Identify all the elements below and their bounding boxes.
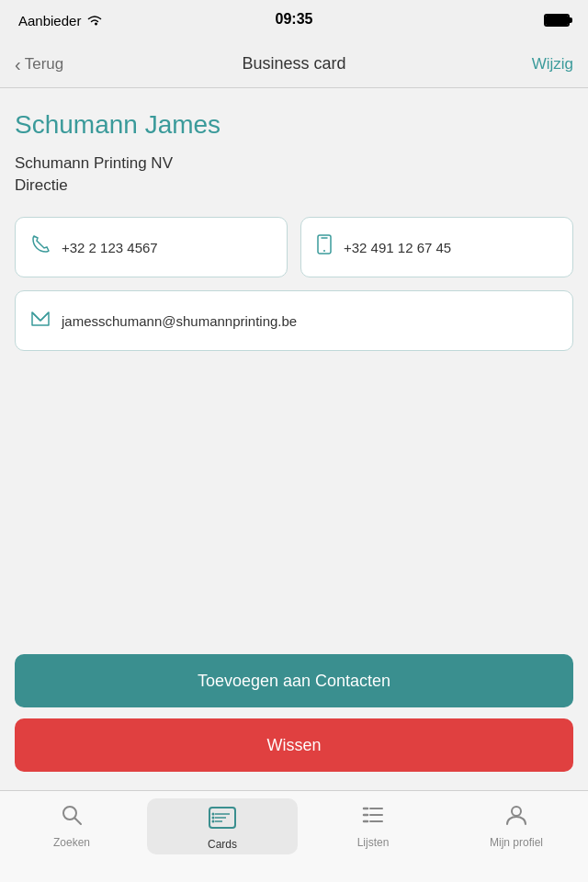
mobile-number: +32 491 12 67 45 bbox=[344, 240, 451, 255]
main-content: Schumann James Schumann Printing NV Dire… bbox=[0, 88, 588, 790]
spacer bbox=[15, 364, 573, 474]
phone-row: +32 2 123 4567 +32 491 12 67 45 bbox=[15, 217, 573, 277]
add-contact-button[interactable]: Toevoegen aan Contacten bbox=[15, 654, 573, 707]
contact-section: Schumann James Schumann Printing NV Dire… bbox=[15, 110, 573, 654]
carrier-name: Aanbieder bbox=[18, 13, 81, 28]
contact-department: Directie bbox=[15, 176, 573, 195]
search-icon bbox=[59, 802, 85, 832]
contact-name: Schumann James bbox=[15, 110, 573, 140]
tab-lists-label: Lijsten bbox=[357, 836, 390, 849]
mobile-icon bbox=[316, 234, 333, 260]
svg-point-13 bbox=[212, 820, 215, 823]
email-icon bbox=[30, 309, 51, 333]
carrier-info: Aanbieder bbox=[18, 13, 103, 28]
nav-bar: ‹ Terug Business card Wijzig bbox=[0, 40, 588, 88]
svg-line-4 bbox=[32, 312, 40, 321]
delete-button[interactable]: Wissen bbox=[15, 718, 573, 772]
edit-button[interactable]: Wijzig bbox=[532, 55, 573, 74]
profile-icon bbox=[503, 802, 529, 832]
phone-button[interactable]: +32 2 123 4567 bbox=[15, 217, 288, 277]
svg-point-1 bbox=[323, 250, 325, 252]
tab-bar: Zoeken Cards bbox=[0, 790, 588, 882]
phone-number: +32 2 123 4567 bbox=[62, 240, 158, 255]
svg-point-21 bbox=[512, 807, 521, 816]
tab-cards-label: Cards bbox=[208, 838, 237, 851]
tab-lists[interactable]: Lijsten bbox=[301, 798, 445, 849]
tab-profile[interactable]: Mijn profiel bbox=[445, 798, 588, 849]
cards-icon bbox=[208, 806, 237, 834]
svg-point-12 bbox=[212, 817, 215, 820]
contact-company: Schumann Printing NV bbox=[15, 154, 573, 173]
mobile-button[interactable]: +32 491 12 67 45 bbox=[300, 217, 573, 277]
svg-line-7 bbox=[75, 819, 82, 825]
svg-line-5 bbox=[40, 312, 49, 321]
battery-icon bbox=[544, 14, 570, 27]
lists-icon bbox=[360, 802, 386, 832]
svg-point-11 bbox=[212, 813, 215, 816]
action-buttons: Toevoegen aan Contacten Wissen bbox=[15, 654, 573, 790]
tab-search[interactable]: Zoeken bbox=[0, 798, 143, 849]
status-time: 09:35 bbox=[276, 11, 313, 28]
email-address: jamesschumann@shumannprinting.be bbox=[62, 313, 297, 329]
tab-profile-label: Mijn profiel bbox=[490, 836, 543, 849]
battery-area bbox=[544, 14, 570, 27]
tab-search-label: Zoeken bbox=[53, 836, 90, 849]
page-title: Business card bbox=[242, 54, 345, 74]
tab-cards[interactable]: Cards bbox=[147, 798, 298, 854]
email-button[interactable]: jamesschumann@shumannprinting.be bbox=[15, 290, 573, 351]
wifi-icon bbox=[86, 14, 103, 27]
back-label: Terug bbox=[25, 55, 64, 74]
phone-icon bbox=[30, 234, 51, 260]
back-chevron-icon: ‹ bbox=[15, 55, 21, 74]
status-bar: Aanbieder 09:35 bbox=[0, 0, 588, 40]
back-button[interactable]: ‹ Terug bbox=[15, 55, 63, 74]
